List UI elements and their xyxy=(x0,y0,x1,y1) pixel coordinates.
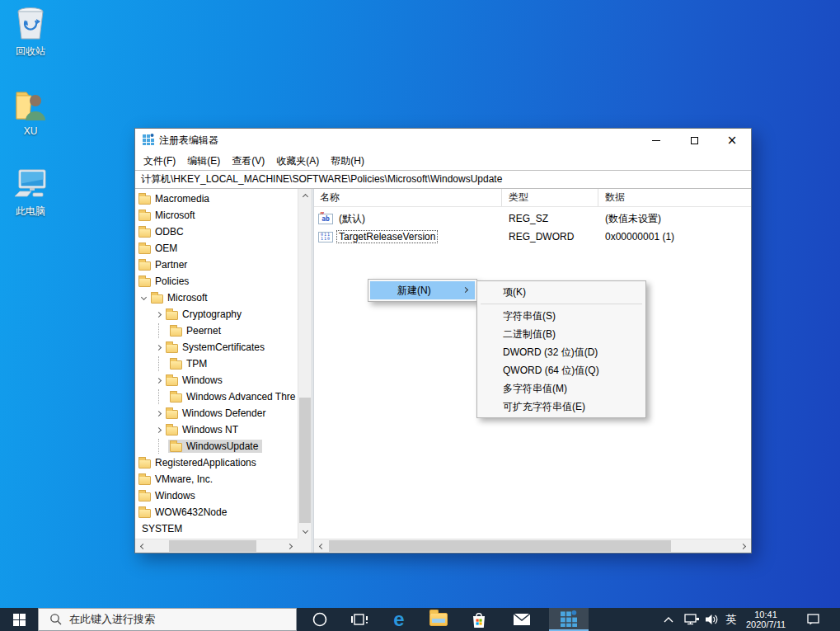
submenu-item[interactable]: QWORD (64 位)值(Q) xyxy=(479,361,644,379)
value-type: REG_DWORD xyxy=(502,231,598,243)
submenu-item[interactable]: 二进制值(B) xyxy=(479,325,644,343)
tree-item[interactable]: Windows xyxy=(135,372,298,388)
folder-icon xyxy=(138,278,151,287)
value-row[interactable]: 011110TargetReleaseVersionREG_DWORD0x000… xyxy=(314,228,751,246)
menubar-item[interactable]: 编辑(E) xyxy=(181,152,226,171)
column-header-type[interactable]: 类型 xyxy=(502,189,598,206)
registry-editor-taskbar-button[interactable] xyxy=(549,608,589,631)
menubar-item[interactable]: 收藏夹(A) xyxy=(270,152,325,171)
tree-item[interactable]: TPM xyxy=(135,356,298,372)
menubar-item[interactable]: 帮助(H) xyxy=(325,152,370,171)
tree-item[interactable]: VMware, Inc. xyxy=(135,471,298,487)
value-type: REG_SZ xyxy=(502,213,598,224)
scrollbar-thumb[interactable] xyxy=(329,540,671,552)
store-button[interactable] xyxy=(459,608,499,631)
tree-item[interactable]: RegisteredApplications xyxy=(135,454,298,471)
submenu-item[interactable]: DWORD (32 位)值(D) xyxy=(479,343,644,361)
cortana-button[interactable] xyxy=(300,608,340,631)
tree-item[interactable]: Microsoft xyxy=(135,290,298,306)
column-header-data[interactable]: 数据 xyxy=(598,189,751,206)
tree-item[interactable]: Macromedia xyxy=(135,191,298,207)
value-row[interactable]: ab(默认)REG_SZ(数值未设置) xyxy=(314,210,751,228)
taskbar-search-box[interactable]: 在此键入进行搜索 xyxy=(38,608,297,631)
this-pc-icon xyxy=(0,165,61,201)
tree-item[interactable]: Windows xyxy=(135,487,298,504)
desktop-icon-user-folder[interactable]: XU xyxy=(0,86,61,137)
tree-item[interactable]: SYSTEM xyxy=(135,520,298,537)
tree-connector-line xyxy=(158,389,168,404)
expander-icon[interactable] xyxy=(153,421,164,438)
submenu-item[interactable]: 可扩充字符串值(E) xyxy=(479,398,644,416)
address-bar[interactable]: 计算机\HKEY_LOCAL_MACHINE\SOFTWARE\Policies… xyxy=(135,170,751,189)
chevron-up-icon xyxy=(663,615,674,624)
edge-button[interactable]: e xyxy=(379,608,419,631)
expander-icon[interactable] xyxy=(153,405,164,421)
tree-item[interactable]: WindowsUpdate xyxy=(135,438,298,454)
tree-item[interactable]: Microsoft xyxy=(135,207,298,224)
scroll-down-arrow[interactable] xyxy=(298,525,312,539)
tree-item[interactable]: ODBC xyxy=(135,224,298,240)
expander-icon[interactable] xyxy=(138,290,149,306)
tree-item[interactable]: Windows NT xyxy=(135,421,298,438)
tree-item[interactable]: Cryptography xyxy=(135,306,298,323)
expander-icon[interactable] xyxy=(153,339,164,356)
scrollbar-thumb[interactable] xyxy=(169,540,256,552)
tree-vertical-scrollbar[interactable] xyxy=(298,189,312,539)
tree-item[interactable]: SystemCertificates xyxy=(135,339,298,356)
ime-indicator[interactable]: 英 xyxy=(722,608,740,631)
maximize-button[interactable] xyxy=(675,129,713,152)
scroll-left-arrow[interactable] xyxy=(135,539,148,553)
tree-item[interactable]: Windows Defender xyxy=(135,405,298,421)
scrollbar-thumb[interactable] xyxy=(299,398,311,523)
menubar-item[interactable]: 查看(V) xyxy=(226,152,270,171)
tree-item[interactable]: Peernet xyxy=(135,323,298,339)
search-placeholder: 在此键入进行搜索 xyxy=(69,612,155,627)
tree-item[interactable]: Windows Advanced Thre xyxy=(135,388,298,405)
minimize-button[interactable] xyxy=(637,129,675,152)
store-icon xyxy=(471,611,487,629)
submenu-item[interactable]: 项(K) xyxy=(479,283,644,301)
tree-item[interactable]: WOW6432Node xyxy=(135,504,298,520)
file-explorer-button[interactable] xyxy=(419,608,458,631)
column-header-name[interactable]: 名称 xyxy=(314,189,502,206)
scroll-left-arrow[interactable] xyxy=(314,539,327,553)
folder-icon xyxy=(138,195,151,205)
tree-item[interactable]: Partner xyxy=(135,257,298,273)
tree-item-label: Windows Defender xyxy=(182,407,265,419)
submenu-item[interactable]: 多字符串值(M) xyxy=(479,379,644,398)
maximize-icon xyxy=(691,137,698,144)
submenu-item[interactable]: 字符串值(S) xyxy=(479,307,644,325)
new-submenu: 项(K)字符串值(S)二进制值(B)DWORD (32 位)值(D)QWORD … xyxy=(476,280,646,418)
mail-icon xyxy=(513,613,531,626)
value-name: TargetReleaseVersion xyxy=(336,230,438,243)
close-button[interactable]: × xyxy=(713,129,751,152)
context-menu-item-new[interactable]: 新建(N) xyxy=(370,281,475,299)
network-tray-button[interactable] xyxy=(681,608,702,631)
tree-item[interactable]: OEM xyxy=(135,240,298,257)
folder-icon xyxy=(138,228,151,238)
folder-icon xyxy=(166,426,178,436)
expander-icon[interactable] xyxy=(153,306,164,323)
tree-item[interactable]: Policies xyxy=(135,273,298,290)
values-horizontal-scrollbar[interactable] xyxy=(314,539,751,553)
scroll-right-arrow[interactable] xyxy=(738,539,751,553)
folder-icon xyxy=(166,311,178,320)
clock-date: 2020/7/11 xyxy=(746,619,786,629)
user-folder-icon xyxy=(0,86,61,122)
task-view-button[interactable] xyxy=(340,608,379,631)
desktop-icon-this-pc[interactable]: 此电脑 xyxy=(0,165,61,219)
action-center-button[interactable] xyxy=(795,608,831,631)
menubar-item[interactable]: 文件(F) xyxy=(138,152,181,171)
mail-button[interactable] xyxy=(502,608,542,631)
tray-overflow-button[interactable] xyxy=(659,608,678,631)
volume-tray-button[interactable] xyxy=(702,608,722,631)
scroll-right-arrow[interactable] xyxy=(284,539,298,553)
desktop-icon-recycle-bin[interactable]: 回收站 xyxy=(0,5,61,59)
scroll-up-arrow[interactable] xyxy=(298,189,312,202)
start-button[interactable] xyxy=(0,608,38,631)
tree-horizontal-scrollbar[interactable] xyxy=(135,539,298,553)
tree-item-label: Windows NT xyxy=(182,424,238,436)
title-bar[interactable]: 注册表编辑器 × xyxy=(135,129,751,152)
expander-icon[interactable] xyxy=(153,372,164,388)
tray-clock[interactable]: 10:41 2020/7/11 xyxy=(740,608,791,631)
